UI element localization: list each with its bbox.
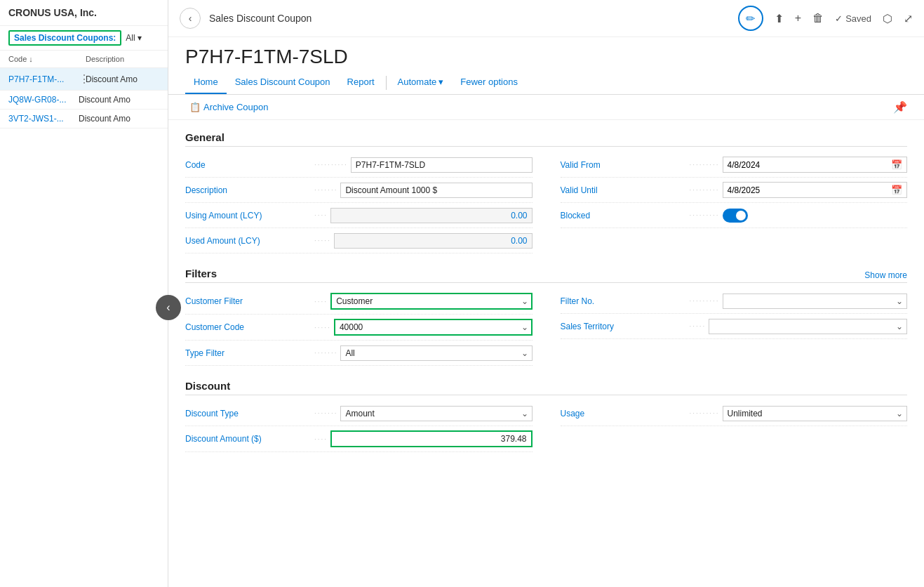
share-button[interactable]: ⬆ xyxy=(775,12,784,25)
valid-from-input[interactable] xyxy=(723,158,887,172)
type-filter-label: Type Filter xyxy=(185,348,312,358)
discount-amount-input[interactable] xyxy=(330,430,532,447)
filter-no-select[interactable] xyxy=(723,294,907,309)
archive-coupon-button[interactable]: 📋 Archive Coupon xyxy=(185,99,273,115)
main-content: ‹ Sales Discount Coupon ✏ ⬆ + 🗑 ✓ Saved … xyxy=(168,0,924,587)
filter-no-row: Filter No. ········· xyxy=(561,289,908,314)
sidebar: CRONUS USA, Inc. Sales Discount Coupons:… xyxy=(0,0,168,587)
calendar-icon[interactable]: 📅 xyxy=(887,157,906,172)
type-filter-select[interactable]: All xyxy=(340,345,532,361)
valid-from-value[interactable]: 📅 xyxy=(723,157,907,173)
list-item[interactable]: JQ8W-GR08-... Discount Amo xyxy=(0,91,168,110)
discount-amount-label: Discount Amount ($) xyxy=(185,434,312,444)
sidebar-filter-dropdown[interactable]: All ▾ xyxy=(126,33,141,43)
expand-icon: ⤢ xyxy=(904,12,913,25)
list-item-code: 3VT2-JWS1-... xyxy=(8,114,79,124)
usage-label: Usage xyxy=(561,409,687,418)
sales-territory-select-wrap xyxy=(709,319,907,334)
discount-section: Discount Discount Type ······· Amount xyxy=(185,380,907,452)
show-more-link[interactable]: Show more xyxy=(864,270,907,280)
tab-automate[interactable]: Automate ▾ xyxy=(389,71,453,94)
list-item[interactable]: 3VT2-JWS1-... Discount Amo xyxy=(0,110,168,128)
archive-icon: 📋 xyxy=(189,102,201,112)
filters-section: Filters Show more Customer Filter ···· C… xyxy=(185,268,907,366)
sales-territory-select[interactable] xyxy=(709,319,907,334)
expand-button[interactable]: ⤢ xyxy=(904,12,913,25)
general-section: General Code ·········· Description ····… xyxy=(185,131,907,253)
tab-divider xyxy=(386,76,387,90)
filters-right-col: Filter No. ········· Sales Territory ···… xyxy=(561,289,908,366)
valid-until-input[interactable] xyxy=(723,183,887,197)
discount-type-select[interactable]: Amount xyxy=(340,406,532,421)
calendar-icon-2[interactable]: 📅 xyxy=(887,183,906,197)
back-button[interactable]: ‹ xyxy=(180,8,201,29)
automate-chevron-icon: ▾ xyxy=(438,77,443,87)
discount-type-row: Discount Type ······· Amount xyxy=(185,401,533,426)
general-section-title: General xyxy=(185,131,907,147)
using-amount-input[interactable] xyxy=(330,208,532,223)
customer-code-row: Customer Code ····· 40000 xyxy=(185,315,533,341)
discount-form-grid: Discount Type ······· Amount Discount Am… xyxy=(185,401,907,452)
sidebar-col-code-header[interactable]: Code ↓ xyxy=(8,55,86,63)
tab-sales-discount-coupon[interactable]: Sales Discount Coupon xyxy=(227,71,339,94)
description-label: Description xyxy=(185,185,312,195)
discount-type-label: Discount Type xyxy=(185,409,312,418)
trash-icon: 🗑 xyxy=(812,12,824,25)
code-label: Code xyxy=(185,160,312,170)
sidebar-filter-label: Sales Discount Coupons: xyxy=(8,30,121,46)
customer-code-select[interactable]: 40000 xyxy=(334,319,533,336)
list-item-desc: Discount Amo xyxy=(79,95,159,105)
open-new-window-button[interactable]: ⬡ xyxy=(883,12,892,25)
discount-amount-value[interactable] xyxy=(330,430,532,447)
code-row: Code ·········· xyxy=(185,152,533,178)
app-company: CRONUS USA, Inc. xyxy=(0,0,168,26)
code-input[interactable] xyxy=(351,157,533,173)
pin-icon[interactable]: 📌 xyxy=(893,100,907,114)
list-item-menu-icon[interactable]: ⋮ xyxy=(79,72,86,86)
used-amount-input[interactable] xyxy=(334,233,533,249)
usage-select[interactable]: Unlimited xyxy=(723,406,907,421)
using-amount-value[interactable] xyxy=(330,208,532,223)
edit-button[interactable]: ✏ xyxy=(738,6,763,31)
description-input[interactable] xyxy=(340,183,532,198)
description-row: Description ······· xyxy=(185,178,533,203)
type-filter-row: Type Filter ······· All xyxy=(185,341,533,366)
description-value[interactable] xyxy=(340,183,532,198)
general-left-col: Code ·········· Description ······· xyxy=(185,152,533,253)
list-item[interactable]: P7H7-F1TM-... ⋮ Discount Amo xyxy=(0,68,168,91)
valid-until-value[interactable]: 📅 xyxy=(723,182,907,198)
page-title: P7H7-F1TM-7SLD xyxy=(185,46,907,68)
used-amount-row: Used Amount (LCY) ····· xyxy=(185,228,533,253)
page-title-area: P7H7-F1TM-7SLD xyxy=(168,37,924,71)
tab-fewer-options[interactable]: Fewer options xyxy=(452,71,526,94)
topbar-title: Sales Discount Coupon xyxy=(209,13,730,24)
discount-section-title: Discount xyxy=(185,380,907,395)
sidebar-filter-row: Sales Discount Coupons: All ▾ xyxy=(0,26,168,51)
customer-filter-row: Customer Filter ···· Customer xyxy=(185,289,533,315)
valid-from-label: Valid From xyxy=(561,160,687,170)
blocked-toggle-switch[interactable] xyxy=(723,209,748,223)
saved-label-text: Saved xyxy=(845,13,871,24)
code-value[interactable] xyxy=(351,157,533,173)
type-filter-select-wrap: All xyxy=(340,345,532,361)
customer-filter-select[interactable]: Customer xyxy=(330,293,532,310)
list-item-code: P7H7-F1TM-... xyxy=(8,74,79,84)
delete-button[interactable]: 🗑 xyxy=(812,12,824,25)
discount-right-col: Usage ········· Unlimited xyxy=(561,401,908,452)
checkmark-icon: ✓ xyxy=(835,13,843,24)
customer-code-label: Customer Code xyxy=(185,322,312,332)
blocked-toggle[interactable] xyxy=(723,209,907,223)
plus-icon: + xyxy=(795,12,801,25)
valid-until-row: Valid Until ········· 📅 xyxy=(561,178,908,203)
tab-report[interactable]: Report xyxy=(339,71,383,94)
tabs: Home Sales Discount Coupon Report Automa… xyxy=(168,71,924,95)
sales-territory-label: Sales Territory xyxy=(561,322,687,331)
used-amount-value[interactable] xyxy=(334,233,533,249)
add-button[interactable]: + xyxy=(795,12,801,25)
usage-row: Usage ········· Unlimited xyxy=(561,401,908,426)
filters-left-col: Customer Filter ···· Customer Customer C… xyxy=(185,289,533,366)
share-icon: ⬆ xyxy=(775,12,784,25)
tab-home[interactable]: Home xyxy=(185,71,227,94)
filter-no-label: Filter No. xyxy=(561,296,687,306)
collapse-sidebar-button[interactable]: ‹ xyxy=(156,295,181,320)
